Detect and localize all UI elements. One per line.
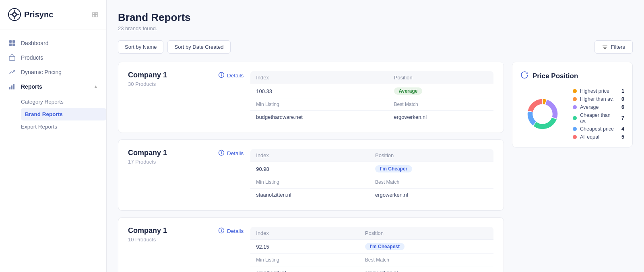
- legend-dot-cheaper-than-av: [573, 116, 577, 120]
- company-name-1: Company 1: [128, 149, 208, 157]
- logo: Prisync: [8, 8, 53, 21]
- min-listing-header-2: Min Listing: [250, 254, 359, 266]
- details-icon-2: [218, 227, 225, 235]
- legend-count-all-equal: 5: [619, 134, 624, 140]
- reports-chevron-icon: ▲: [93, 84, 98, 89]
- content-area: Company 1 30 Products Details Index Posi…: [118, 62, 633, 272]
- details-button-2[interactable]: Details: [218, 227, 244, 235]
- prisync-logo-icon: [8, 8, 21, 21]
- legend-item-average: Average 6: [573, 104, 624, 110]
- donut-segment-all-equal: [528, 99, 543, 112]
- legend-label-highest-price: Highest price: [580, 88, 609, 94]
- legend-label-cheaper-than-av: Cheaper than av.: [580, 112, 615, 124]
- svg-rect-4: [9, 40, 12, 43]
- min-listing-value-1: staanofzitten.nl: [250, 189, 369, 201]
- donut-segment-cheaper-than-av: [533, 117, 557, 129]
- sidebar-item-products[interactable]: Products: [0, 50, 106, 65]
- index-header-2: Index: [250, 227, 359, 240]
- sidebar-item-export-reports[interactable]: Export Reports: [21, 120, 106, 133]
- price-panel-body: Highest price 1 Higher than av. 0 Averag…: [520, 88, 624, 140]
- sidebar-item-label-dashboard: Dashboard: [21, 40, 49, 46]
- company-table-0: Index Position 100.33 Average Min Listin…: [250, 71, 494, 124]
- company-table-1: Index Position 90.98 I'm Cheaper Min Lis…: [250, 149, 494, 201]
- filters-button[interactable]: Filters: [594, 40, 633, 54]
- best-match-value-2: ergowerken.nl: [359, 266, 494, 272]
- donut-chart: [520, 92, 565, 136]
- best-match-value-1: ergowerken.nl: [369, 189, 493, 201]
- reports-sub-nav: Category Reports Brand Reports Export Re…: [0, 94, 106, 135]
- best-match-value-0: ergowerken.nl: [388, 111, 494, 124]
- legend-dot-all-equal: [573, 135, 577, 139]
- company-products-1: 17 Products: [128, 159, 208, 165]
- legend-item-higher-than-av: Higher than av. 0: [573, 96, 624, 102]
- legend-item-all-equal: All equal 5: [573, 134, 624, 140]
- page-title: Brand Reports: [118, 11, 633, 24]
- sidebar-item-label-products: Products: [21, 54, 43, 61]
- collapse-sidebar-button[interactable]: [92, 11, 98, 18]
- logo-text: Prisync: [24, 10, 53, 19]
- details-button-1[interactable]: Details: [218, 149, 244, 157]
- company-mid-1: Details Index Position 90.98 I'm Cheaper…: [218, 149, 494, 201]
- company-card-2: Company 1 10 Products Details Index Posi…: [118, 217, 504, 272]
- legend: Highest price 1 Higher than av. 0 Averag…: [573, 88, 624, 140]
- svg-rect-11: [13, 84, 14, 89]
- company-card-0: Company 1 30 Products Details Index Posi…: [118, 62, 504, 133]
- filters-icon: [602, 44, 608, 50]
- sort-by-date-button[interactable]: Sort by Date Created: [167, 40, 230, 54]
- details-button-0[interactable]: Details: [218, 72, 244, 79]
- details-label-1: Details: [227, 150, 244, 156]
- legend-dot-average: [573, 105, 577, 109]
- sidebar-item-reports[interactable]: Reports ▲: [0, 79, 106, 94]
- svg-point-23: [221, 229, 222, 230]
- svg-rect-9: [9, 87, 10, 89]
- company-table-2: Index Position 92.15 I'm Cheapest Min Li…: [250, 226, 494, 272]
- logo-area: Prisync: [0, 0, 106, 29]
- index-header-0: Index: [250, 71, 388, 84]
- legend-item-highest-price: Highest price 1: [573, 88, 624, 94]
- details-icon-0: [218, 72, 225, 79]
- sidebar-item-brand-reports[interactable]: Brand Reports: [21, 108, 106, 120]
- sidebar-item-category-reports[interactable]: Category Reports: [21, 96, 106, 108]
- min-listing-header-0: Min Listing: [250, 98, 388, 111]
- sidebar-item-dynamic-pricing[interactable]: Dynamic Pricing: [0, 65, 106, 79]
- main-content: Brand Reports 23 brands found. Sort by N…: [107, 0, 644, 272]
- best-match-header-2: Best Match: [359, 254, 494, 266]
- export-reports-label: Export Reports: [21, 124, 57, 130]
- refresh-icon: [520, 71, 528, 81]
- donut-segment-cheapest-price: [527, 111, 537, 126]
- position-value-1: I'm Cheaper: [369, 162, 493, 176]
- position-header-0: Position: [388, 71, 494, 84]
- company-cards-list: Company 1 30 Products Details Index Posi…: [118, 62, 504, 272]
- dashboard-icon: [8, 40, 16, 46]
- price-panel-title: Price Position: [533, 72, 578, 80]
- svg-point-17: [221, 73, 222, 74]
- min-listing-value-2: ergo2work.nl: [250, 266, 359, 272]
- best-match-header-0: Best Match: [388, 98, 494, 111]
- legend-label-cheapest-price: Cheapest price: [580, 126, 614, 132]
- legend-item-cheapest-price: Cheapest price 4: [573, 126, 624, 132]
- legend-dot-cheapest-price: [573, 127, 577, 131]
- brand-reports-label: Brand Reports: [25, 111, 63, 117]
- position-value-2: I'm Cheapest: [359, 240, 494, 254]
- sort-by-name-button[interactable]: Sort by Name: [118, 40, 163, 54]
- svg-rect-10: [11, 85, 12, 89]
- company-mid-0: Details Index Position 100.33 Average Mi…: [218, 71, 494, 124]
- svg-rect-6: [9, 44, 12, 46]
- collapse-icon: [92, 11, 98, 18]
- donut-segment-average: [545, 99, 558, 119]
- price-panel-header: Price Position: [520, 71, 624, 81]
- position-header-2: Position: [359, 227, 494, 240]
- min-listing-header-1: Min Listing: [250, 176, 369, 189]
- legend-dot-highest-price: [573, 89, 577, 93]
- company-card-1: Company 1 17 Products Details Index Posi…: [118, 139, 504, 211]
- index-value-0: 100.33: [250, 84, 388, 98]
- legend-dot-higher-than-av: [573, 97, 577, 101]
- category-reports-label: Category Reports: [21, 99, 64, 105]
- company-mid-2: Details Index Position 92.15 I'm Cheapes…: [218, 226, 494, 272]
- sidebar-item-dashboard[interactable]: Dashboard: [0, 36, 106, 50]
- toolbar: Sort by Name Sort by Date Created Filter…: [118, 40, 633, 54]
- index-header-1: Index: [250, 149, 369, 162]
- company-name-0: Company 1: [128, 71, 208, 79]
- donut-svg: [520, 92, 565, 136]
- svg-point-20: [221, 151, 222, 152]
